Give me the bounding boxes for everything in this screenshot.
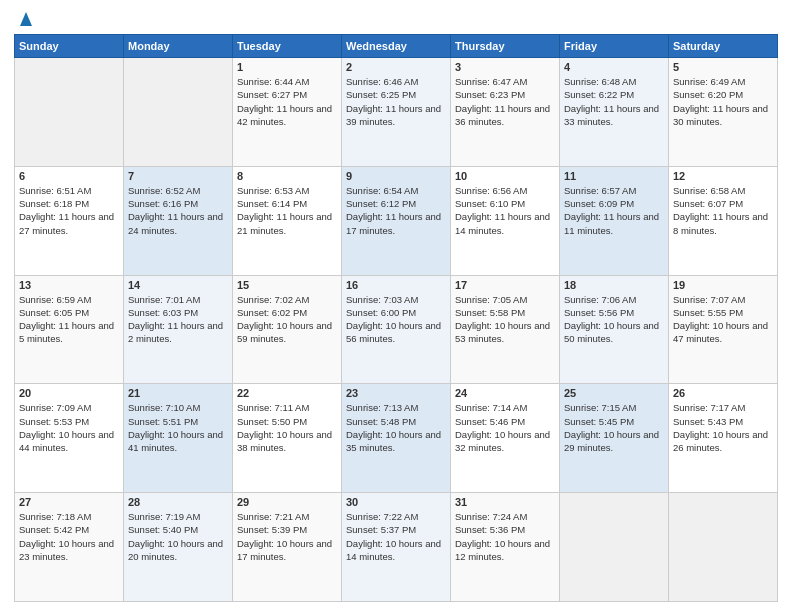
- cell-w2-d3: 8Sunrise: 6:53 AMSunset: 6:14 PMDaylight…: [233, 166, 342, 275]
- cell-w4-d4: 23Sunrise: 7:13 AMSunset: 5:48 PMDayligh…: [342, 384, 451, 493]
- cell-w4-d3: 22Sunrise: 7:11 AMSunset: 5:50 PMDayligh…: [233, 384, 342, 493]
- svg-marker-0: [20, 12, 32, 26]
- cell-w2-d6: 11Sunrise: 6:57 AMSunset: 6:09 PMDayligh…: [560, 166, 669, 275]
- daylight-text: Daylight: 10 hours and 23 minutes.: [19, 537, 119, 564]
- cell-w2-d4: 9Sunrise: 6:54 AMSunset: 6:12 PMDaylight…: [342, 166, 451, 275]
- day-info: Sunrise: 7:11 AMSunset: 5:50 PMDaylight:…: [237, 401, 337, 454]
- cell-w4-d2: 21Sunrise: 7:10 AMSunset: 5:51 PMDayligh…: [124, 384, 233, 493]
- sunrise-text: Sunrise: 6:48 AM: [564, 75, 664, 88]
- sunset-text: Sunset: 5:37 PM: [346, 523, 446, 536]
- cell-w2-d5: 10Sunrise: 6:56 AMSunset: 6:10 PMDayligh…: [451, 166, 560, 275]
- sunrise-text: Sunrise: 6:54 AM: [346, 184, 446, 197]
- calendar-header: SundayMondayTuesdayWednesdayThursdayFrid…: [15, 35, 778, 58]
- cell-w3-d3: 15Sunrise: 7:02 AMSunset: 6:02 PMDayligh…: [233, 275, 342, 384]
- day-number: 26: [673, 387, 773, 399]
- cell-w4-d6: 25Sunrise: 7:15 AMSunset: 5:45 PMDayligh…: [560, 384, 669, 493]
- sunset-text: Sunset: 6:07 PM: [673, 197, 773, 210]
- sunrise-text: Sunrise: 7:13 AM: [346, 401, 446, 414]
- day-number: 1: [237, 61, 337, 73]
- daylight-text: Daylight: 11 hours and 2 minutes.: [128, 319, 228, 346]
- week-row-2: 6Sunrise: 6:51 AMSunset: 6:18 PMDaylight…: [15, 166, 778, 275]
- sunrise-text: Sunrise: 6:51 AM: [19, 184, 119, 197]
- sunset-text: Sunset: 5:56 PM: [564, 306, 664, 319]
- logo-triangle-icon: [15, 8, 37, 30]
- day-number: 20: [19, 387, 119, 399]
- daylight-text: Daylight: 11 hours and 17 minutes.: [346, 210, 446, 237]
- calendar-table: SundayMondayTuesdayWednesdayThursdayFrid…: [14, 34, 778, 602]
- cell-w3-d5: 17Sunrise: 7:05 AMSunset: 5:58 PMDayligh…: [451, 275, 560, 384]
- day-number: 4: [564, 61, 664, 73]
- sunset-text: Sunset: 6:02 PM: [237, 306, 337, 319]
- daylight-text: Daylight: 10 hours and 12 minutes.: [455, 537, 555, 564]
- sunrise-text: Sunrise: 7:17 AM: [673, 401, 773, 414]
- cell-w1-d6: 4Sunrise: 6:48 AMSunset: 6:22 PMDaylight…: [560, 58, 669, 167]
- cell-w5-d5: 31Sunrise: 7:24 AMSunset: 5:36 PMDayligh…: [451, 493, 560, 602]
- cell-w1-d5: 3Sunrise: 6:47 AMSunset: 6:23 PMDaylight…: [451, 58, 560, 167]
- cell-w5-d3: 29Sunrise: 7:21 AMSunset: 5:39 PMDayligh…: [233, 493, 342, 602]
- week-row-5: 27Sunrise: 7:18 AMSunset: 5:42 PMDayligh…: [15, 493, 778, 602]
- day-number: 16: [346, 279, 446, 291]
- cell-w5-d4: 30Sunrise: 7:22 AMSunset: 5:37 PMDayligh…: [342, 493, 451, 602]
- sunrise-text: Sunrise: 7:11 AM: [237, 401, 337, 414]
- day-number: 13: [19, 279, 119, 291]
- day-info: Sunrise: 6:58 AMSunset: 6:07 PMDaylight:…: [673, 184, 773, 237]
- cell-w3-d4: 16Sunrise: 7:03 AMSunset: 6:00 PMDayligh…: [342, 275, 451, 384]
- sunset-text: Sunset: 5:50 PM: [237, 415, 337, 428]
- day-number: 18: [564, 279, 664, 291]
- header-wednesday: Wednesday: [342, 35, 451, 58]
- day-number: 23: [346, 387, 446, 399]
- day-number: 28: [128, 496, 228, 508]
- sunrise-text: Sunrise: 6:49 AM: [673, 75, 773, 88]
- day-info: Sunrise: 6:57 AMSunset: 6:09 PMDaylight:…: [564, 184, 664, 237]
- sunrise-text: Sunrise: 7:06 AM: [564, 293, 664, 306]
- day-info: Sunrise: 7:18 AMSunset: 5:42 PMDaylight:…: [19, 510, 119, 563]
- day-number: 6: [19, 170, 119, 182]
- sunrise-text: Sunrise: 7:03 AM: [346, 293, 446, 306]
- cell-w4-d5: 24Sunrise: 7:14 AMSunset: 5:46 PMDayligh…: [451, 384, 560, 493]
- sunset-text: Sunset: 6:20 PM: [673, 88, 773, 101]
- day-number: 9: [346, 170, 446, 182]
- day-info: Sunrise: 7:03 AMSunset: 6:00 PMDaylight:…: [346, 293, 446, 346]
- sunrise-text: Sunrise: 6:58 AM: [673, 184, 773, 197]
- day-number: 24: [455, 387, 555, 399]
- sunset-text: Sunset: 6:00 PM: [346, 306, 446, 319]
- cell-w5-d1: 27Sunrise: 7:18 AMSunset: 5:42 PMDayligh…: [15, 493, 124, 602]
- day-info: Sunrise: 7:22 AMSunset: 5:37 PMDaylight:…: [346, 510, 446, 563]
- daylight-text: Daylight: 10 hours and 26 minutes.: [673, 428, 773, 455]
- sunset-text: Sunset: 5:51 PM: [128, 415, 228, 428]
- day-number: 3: [455, 61, 555, 73]
- day-info: Sunrise: 7:02 AMSunset: 6:02 PMDaylight:…: [237, 293, 337, 346]
- day-info: Sunrise: 7:15 AMSunset: 5:45 PMDaylight:…: [564, 401, 664, 454]
- cell-w4-d7: 26Sunrise: 7:17 AMSunset: 5:43 PMDayligh…: [669, 384, 778, 493]
- sunset-text: Sunset: 6:03 PM: [128, 306, 228, 319]
- daylight-text: Daylight: 11 hours and 5 minutes.: [19, 319, 119, 346]
- day-number: 19: [673, 279, 773, 291]
- daylight-text: Daylight: 11 hours and 14 minutes.: [455, 210, 555, 237]
- sunrise-text: Sunrise: 6:47 AM: [455, 75, 555, 88]
- daylight-text: Daylight: 10 hours and 50 minutes.: [564, 319, 664, 346]
- sunrise-text: Sunrise: 6:53 AM: [237, 184, 337, 197]
- cell-w1-d3: 1Sunrise: 6:44 AMSunset: 6:27 PMDaylight…: [233, 58, 342, 167]
- header-saturday: Saturday: [669, 35, 778, 58]
- logo: [14, 10, 37, 26]
- daylight-text: Daylight: 10 hours and 56 minutes.: [346, 319, 446, 346]
- sunset-text: Sunset: 5:55 PM: [673, 306, 773, 319]
- sunrise-text: Sunrise: 7:07 AM: [673, 293, 773, 306]
- week-row-1: 1Sunrise: 6:44 AMSunset: 6:27 PMDaylight…: [15, 58, 778, 167]
- daylight-text: Daylight: 11 hours and 42 minutes.: [237, 102, 337, 129]
- header-tuesday: Tuesday: [233, 35, 342, 58]
- day-info: Sunrise: 7:01 AMSunset: 6:03 PMDaylight:…: [128, 293, 228, 346]
- day-info: Sunrise: 6:46 AMSunset: 6:25 PMDaylight:…: [346, 75, 446, 128]
- sunset-text: Sunset: 5:39 PM: [237, 523, 337, 536]
- day-number: 10: [455, 170, 555, 182]
- day-info: Sunrise: 6:48 AMSunset: 6:22 PMDaylight:…: [564, 75, 664, 128]
- day-info: Sunrise: 7:21 AMSunset: 5:39 PMDaylight:…: [237, 510, 337, 563]
- sunrise-text: Sunrise: 7:01 AM: [128, 293, 228, 306]
- calendar-body: 1Sunrise: 6:44 AMSunset: 6:27 PMDaylight…: [15, 58, 778, 602]
- day-number: 31: [455, 496, 555, 508]
- cell-w3-d6: 18Sunrise: 7:06 AMSunset: 5:56 PMDayligh…: [560, 275, 669, 384]
- daylight-text: Daylight: 11 hours and 27 minutes.: [19, 210, 119, 237]
- daylight-text: Daylight: 11 hours and 8 minutes.: [673, 210, 773, 237]
- day-number: 12: [673, 170, 773, 182]
- sunrise-text: Sunrise: 6:44 AM: [237, 75, 337, 88]
